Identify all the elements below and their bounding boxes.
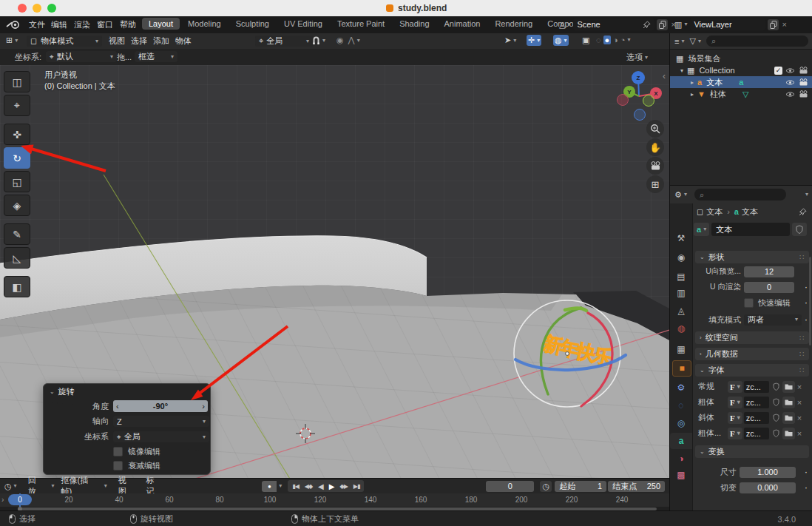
font-datablock-button[interactable]: F▾	[728, 412, 742, 424]
tab-tool[interactable]: ⚒	[670, 230, 692, 246]
tab-object[interactable]: ■	[672, 360, 691, 377]
menu-help[interactable]: 帮助	[113, 19, 143, 30]
viewport-region[interactable]: 新年快乐 用户透视 (0) Collection | 文本 ◫ ⌖ ✜ ↻ ◱ …	[0, 65, 669, 478]
breadcrumb-data[interactable]: 文本	[742, 206, 758, 218]
region-chevron[interactable]: ›	[1, 496, 4, 504]
unlink-icon[interactable]: ×	[797, 398, 802, 407]
wireframe-shading-icon[interactable]: ◌	[596, 36, 601, 44]
tool-rotate[interactable]: ↻	[4, 147, 30, 169]
collection-row[interactable]: ▾ ▦ Collection ✓	[670, 64, 812, 76]
camera-render-icon[interactable]	[799, 78, 808, 86]
size-field[interactable]: 1.000	[740, 467, 796, 478]
next-keyframe-button[interactable]: ◆▶	[337, 483, 351, 490]
shape-panel-header[interactable]: ⌄形状 ∷	[695, 251, 809, 263]
tab-output[interactable]: ▤	[670, 269, 692, 285]
viewlayer-dropdown-caret[interactable]: ▾	[684, 21, 687, 27]
scene-collection-row[interactable]: ▦ 场景集合	[670, 53, 812, 64]
stopwatch-icon[interactable]: ◷	[540, 481, 552, 492]
perspective-toggle-button[interactable]: ⊞	[646, 175, 664, 193]
tab-shading[interactable]: Shading	[393, 18, 436, 30]
auto-key-record-button[interactable]: ●	[262, 481, 277, 492]
fast-edit-checkbox[interactable]	[744, 298, 754, 308]
camera-render-icon[interactable]	[799, 90, 808, 98]
copy-scene-icon[interactable]	[657, 19, 668, 30]
datablock-name-field[interactable]: 文本	[711, 223, 790, 236]
text-object-row[interactable]: ▸ a 文本 a	[670, 76, 812, 88]
fake-user-shield-icon[interactable]	[792, 223, 807, 236]
unlink-icon[interactable]: ×	[797, 382, 802, 391]
prev-keyframe-button[interactable]: ◀◆	[302, 483, 315, 490]
copy-viewlayer-icon[interactable]	[768, 19, 779, 30]
collection-checkbox[interactable]: ✓	[774, 67, 782, 75]
falloff-checkbox[interactable]	[113, 461, 123, 471]
jump-to-end-button[interactable]: ▶▮	[351, 483, 363, 490]
u-preview-field[interactable]: 12	[744, 266, 794, 277]
timeline-ruler[interactable]: › 20 40 60 80 100 120 140 160 180 200 22…	[0, 493, 669, 507]
eye-icon[interactable]	[785, 67, 795, 74]
font-datablock-button[interactable]: F▾	[728, 428, 742, 439]
tool-move[interactable]: ✜	[4, 124, 30, 145]
open-folder-icon[interactable]	[782, 381, 795, 393]
material-shading-icon[interactable]: ◑	[613, 36, 618, 44]
scene-name-field[interactable]: Scene	[573, 18, 654, 30]
tool-scale[interactable]: ◱	[4, 171, 30, 192]
current-frame-badge[interactable]: 0	[8, 494, 32, 505]
tool-select-box[interactable]: ◫	[4, 71, 30, 92]
auto-key-caret[interactable]: ▾	[279, 483, 282, 489]
font-name-field[interactable]: zc...	[744, 397, 769, 408]
proportional-edit-toggle[interactable]: ◉ ⋀ ▾	[336, 36, 360, 45]
expand-icon[interactable]: ▸	[691, 91, 694, 98]
transform-panel-header[interactable]: ⌄变换	[695, 445, 809, 458]
tab-sculpting[interactable]: Sculpting	[229, 18, 276, 30]
xray-toggle[interactable]: ▣	[582, 36, 589, 45]
close-window-button[interactable]	[18, 4, 27, 13]
font-name-field[interactable]: zc...	[744, 412, 769, 424]
timeline-editor-icon[interactable]: ◷	[4, 482, 12, 491]
cone-object-row[interactable]: ▸ ▼ 柱体 ▽	[670, 88, 812, 100]
tool-cursor[interactable]: ⌖	[4, 95, 30, 116]
open-folder-icon[interactable]	[782, 397, 795, 408]
slider-right-arrow[interactable]: ›	[202, 402, 205, 411]
expand-icon[interactable]: ▾	[680, 67, 683, 74]
current-frame-field[interactable]: 0	[486, 481, 534, 492]
show-gizmo-toggle[interactable]: ➤▾	[504, 36, 516, 45]
scene-icon[interactable]: ◬	[559, 20, 565, 30]
unlink-icon[interactable]: ×	[797, 429, 802, 438]
overlays-toggle[interactable]: ◍▾	[553, 35, 569, 46]
tab-modifiers[interactable]: ⚙	[670, 380, 692, 396]
rendered-shading-icon[interactable]: ◔	[620, 36, 626, 44]
u-render-field[interactable]: 0	[744, 282, 794, 293]
font-datablock-button[interactable]: F▾	[728, 381, 742, 393]
eye-icon[interactable]	[785, 91, 795, 98]
mode-dropdown[interactable]: ◻ 物体模式 ▾	[27, 36, 102, 47]
fake-user-shield-icon[interactable]	[771, 381, 782, 393]
pan-button[interactable]: ✋	[646, 138, 664, 156]
axis-z-ball[interactable]: Z	[632, 71, 645, 84]
operator-panel-header[interactable]: ⌄ 旋转	[44, 384, 210, 399]
tab-material[interactable]: ◑	[670, 451, 692, 467]
tab-physics[interactable]: ◎	[670, 415, 692, 431]
sidebar-collapse-chevron[interactable]: ‹	[663, 71, 666, 81]
pin-icon[interactable]	[643, 21, 651, 29]
mirror-checkbox[interactable]	[113, 447, 123, 456]
expand-icon[interactable]: ▸	[691, 79, 694, 86]
tab-layout[interactable]: Layout	[142, 18, 180, 30]
tab-texture[interactable]: ▩	[670, 467, 692, 483]
select-mode-dropdown[interactable]: 框选 ▾	[135, 51, 177, 62]
tab-render[interactable]: ◉	[670, 249, 692, 266]
unlink-icon[interactable]: ×	[797, 414, 802, 422]
tool-transform[interactable]: ◈	[4, 195, 30, 216]
zoom-window-button[interactable]	[47, 4, 56, 13]
axis-y-neg-ball[interactable]	[643, 95, 654, 107]
tab-modeling[interactable]: Modeling	[181, 18, 228, 30]
axis-dropdown[interactable]: Z▾	[113, 416, 209, 427]
font-panel-header[interactable]: ⌄字体 ∷	[695, 364, 809, 377]
menu-object[interactable]: 物体	[169, 36, 198, 47]
texture-space-panel-header[interactable]: ›纹理空间 ∷	[695, 331, 809, 344]
font-name-field[interactable]: zc...	[744, 381, 769, 393]
fake-user-shield-icon[interactable]	[771, 397, 782, 408]
outliner-filter-icon[interactable]: ▽	[689, 36, 695, 46]
axis-x-neg-ball[interactable]	[617, 94, 629, 106]
viewlayer-name-field[interactable]: ViewLayer	[690, 18, 765, 30]
default-orientation-dropdown[interactable]: ⌖ 默认 ▾	[46, 51, 117, 62]
